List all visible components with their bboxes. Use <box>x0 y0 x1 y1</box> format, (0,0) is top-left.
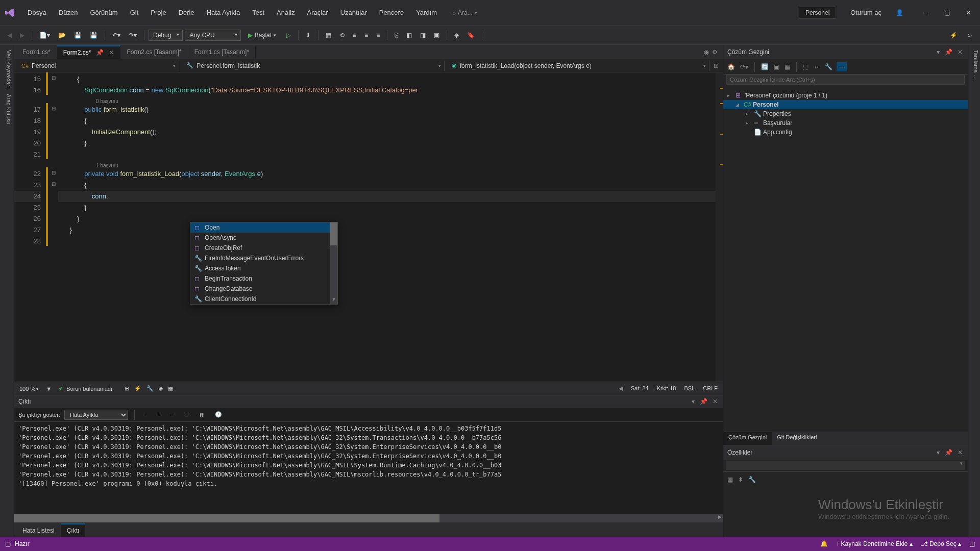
intellisense-item[interactable]: ◻CreateObjRef <box>190 243 337 253</box>
menu-araçlar[interactable]: Araçlar <box>302 6 333 19</box>
tb-icon-5[interactable]: ≡ <box>361 30 371 41</box>
new-item-button[interactable]: 📄▾ <box>36 30 53 41</box>
rail-right-item[interactable]: Tanılama … <box>973 50 979 80</box>
menu-dosya[interactable]: Dosya <box>22 6 52 19</box>
output-body[interactable]: 'Personel.exe' (CLR v4.0.30319: Personel… <box>14 422 723 514</box>
solution-search-input[interactable] <box>726 74 965 85</box>
statusbar-end-icon[interactable]: ◫ <box>969 540 975 547</box>
code-editor[interactable]: 1516171819202122232425262728 ⊟⊟⊟⊟ { SqlC… <box>14 72 723 382</box>
tb-icon-3[interactable]: ⟲ <box>336 30 348 41</box>
preview-icon[interactable]: ◉ <box>704 48 709 56</box>
rail-data-sources[interactable]: Veri Kaynakları <box>2 50 12 88</box>
signin-link[interactable]: Oturum aç <box>850 9 881 16</box>
live-share-icon[interactable]: ⚡ <box>947 30 961 41</box>
editor-tab[interactable]: Form2.cs*📌✕ <box>57 45 121 59</box>
menu-derle[interactable]: Derle <box>174 6 200 19</box>
open-button[interactable]: 📂 <box>55 30 69 41</box>
sb-icon-1[interactable]: ⊞ <box>125 385 129 392</box>
tb-icon-1[interactable]: ⬇ <box>303 30 314 41</box>
intellisense-item[interactable]: ◻OpenAsync <box>190 233 337 243</box>
sb-icon-3[interactable]: 🔧 <box>146 385 154 392</box>
save-button[interactable]: 💾 <box>71 30 85 41</box>
eol-mode[interactable]: CRLF <box>703 385 718 392</box>
menu-hata ayıkla[interactable]: Hata Ayıkla <box>202 6 246 19</box>
back-button[interactable]: ◀ <box>4 30 15 41</box>
intellisense-item[interactable]: ◻Open <box>190 222 337 233</box>
bottom-tab[interactable]: Hata Listesi <box>16 524 61 537</box>
sb-icon-5[interactable]: ▦ <box>168 385 173 392</box>
sol-icon-4[interactable]: ▦ <box>783 62 791 71</box>
intellisense-item[interactable]: ◻BeginTransaction <box>190 273 337 284</box>
forward-button[interactable]: ▶ <box>17 30 28 41</box>
tree-solution[interactable]: ▸ ⊞ 'Personel' çözümü (proje 1 / 1) <box>723 91 968 100</box>
intellisense-item[interactable]: 🔧FireInfoMessageEventOnUserErrors <box>190 253 337 263</box>
menu-pencere[interactable]: Pencere <box>374 6 409 19</box>
tb-icon-4[interactable]: ≡ <box>350 30 359 41</box>
fold-icon[interactable]: ⊟ <box>52 106 56 111</box>
tree-references[interactable]: ▸ ▫▫ Başvurular <box>723 118 968 128</box>
tb-icon-9[interactable]: ◨ <box>417 30 429 41</box>
panel-tab[interactable]: Çözüm Gezgini <box>723 432 772 445</box>
rail-toolbox[interactable]: Araç Kutusu <box>2 94 12 124</box>
categorize-icon[interactable]: ▦ <box>726 475 734 484</box>
project-badge[interactable]: Personel <box>799 7 836 19</box>
menu-görünüm[interactable]: Görünüm <box>85 6 122 19</box>
close-button[interactable]: ✕ <box>961 5 976 20</box>
tb-icon-10[interactable]: ▣ <box>431 30 443 41</box>
intellisense-item[interactable]: ◻ChangeDatabase <box>190 284 337 294</box>
config-dropdown[interactable]: Debug <box>149 30 183 41</box>
dropdown-icon[interactable]: ▾ <box>691 397 696 406</box>
editor-tab[interactable]: Form2.cs [Tasarım]* <box>120 46 188 58</box>
pin-icon[interactable]: 📌 <box>944 448 953 457</box>
menu-uzantılar[interactable]: Uzantılar <box>335 6 372 19</box>
menu-analiz[interactable]: Analiz <box>272 6 300 19</box>
pin-icon[interactable]: 📌 <box>944 47 953 57</box>
editor-tab[interactable]: Form1.cs* <box>16 46 57 58</box>
out-icon-2[interactable]: ≡ <box>154 410 163 420</box>
out-icon-1[interactable]: ≡ <box>141 410 150 420</box>
close-icon[interactable]: ✕ <box>109 49 114 56</box>
output-source-select[interactable]: Hata Ayıkla <box>64 410 128 420</box>
feedback-icon[interactable]: ☺ <box>964 30 976 41</box>
tb-icon-8[interactable]: ◧ <box>403 30 415 41</box>
sb-icon-2[interactable]: ⚡ <box>134 385 141 392</box>
menu-git[interactable]: Git <box>125 6 144 19</box>
home-icon[interactable]: 🏠 <box>726 62 736 71</box>
fold-icon[interactable]: ⊟ <box>52 75 56 81</box>
bottom-tab[interactable]: Çıktı <box>61 523 86 537</box>
account-icon[interactable]: 👤 <box>896 9 903 16</box>
insert-mode[interactable]: BŞL <box>684 385 695 392</box>
tree-appconfig[interactable]: 📄 App.config <box>723 128 968 137</box>
sol-icon-6[interactable]: ↔ <box>813 62 821 71</box>
split-icon[interactable]: ⊞ <box>709 62 723 69</box>
start-no-debug-button[interactable]: ▷ <box>283 30 294 41</box>
close-icon[interactable]: ✕ <box>957 448 964 457</box>
intellisense-item[interactable]: 🔧AccessToken <box>190 263 337 273</box>
sol-icon-5[interactable]: ⬚ <box>802 62 810 71</box>
prop-icon-3[interactable]: 🔧 <box>747 475 757 484</box>
fold-icon[interactable]: ⊟ <box>52 181 56 187</box>
close-icon[interactable]: ✕ <box>957 47 964 57</box>
intellisense-scrollbar[interactable]: ▲ ▼ <box>330 222 337 304</box>
out-icon-5[interactable]: 🗑 <box>196 410 208 420</box>
tree-project[interactable]: ◢ C# Personel <box>723 100 968 109</box>
tree-properties[interactable]: ▸ 🔧 Properties <box>723 109 968 118</box>
fold-icon[interactable]: ⊟ <box>52 170 56 176</box>
output-h-scrollbar[interactable]: ▶ <box>14 514 723 522</box>
pin-icon[interactable]: 📌 <box>699 397 708 406</box>
save-all-button[interactable]: 💾 <box>87 30 101 41</box>
notification-icon[interactable]: 🔔 <box>820 540 828 547</box>
dropdown-icon[interactable]: ▾ <box>936 47 941 57</box>
source-control-button[interactable]: ↑ Kaynak Denetimine Ekle ▴ <box>836 540 912 547</box>
maximize-button[interactable]: ▢ <box>939 5 954 20</box>
pin-icon[interactable]: 📌 <box>96 49 104 56</box>
menu-yardım[interactable]: Yardım <box>411 6 442 19</box>
sol-icon-7[interactable]: 🔧 <box>824 62 834 71</box>
tb-icon-7[interactable]: ⎘ <box>391 30 401 41</box>
platform-dropdown[interactable]: Any CPU <box>185 30 240 41</box>
alpha-icon[interactable]: ⬍ <box>737 475 744 484</box>
overview-ruler[interactable] <box>716 72 723 382</box>
menu-test[interactable]: Test <box>247 6 270 19</box>
out-icon-3[interactable]: ≡ <box>168 410 177 420</box>
redo-button[interactable]: ↷▾ <box>126 30 140 41</box>
